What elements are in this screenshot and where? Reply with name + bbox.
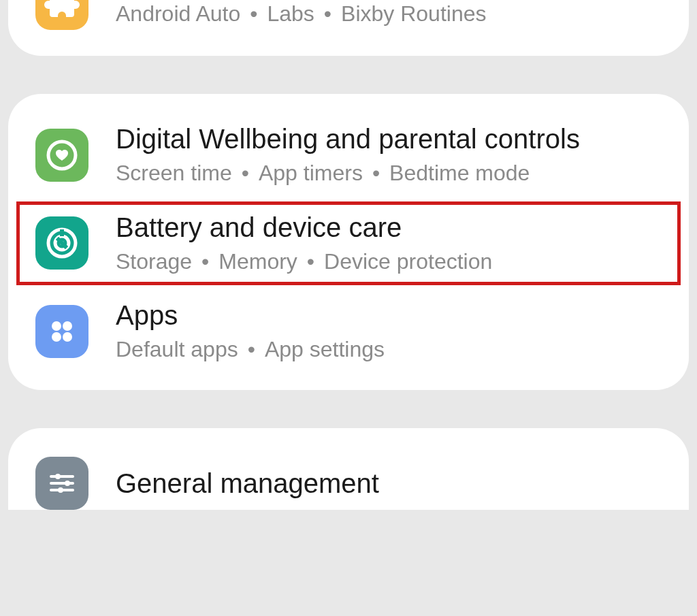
svg-point-11 — [55, 474, 61, 479]
settings-item-title: Apps — [116, 299, 385, 331]
svg-point-5 — [63, 321, 72, 331]
svg-point-7 — [63, 332, 72, 342]
heart-circle-icon — [35, 129, 88, 182]
settings-group-device: Digital Wellbeing and parental controls … — [8, 94, 689, 390]
settings-item-text: Apps Default apps• App settings — [116, 299, 385, 364]
settings-group-general: General management — [8, 428, 689, 510]
settings-item-subtitle: Default apps• App settings — [116, 336, 385, 364]
device-care-icon — [35, 216, 88, 270]
settings-item-subtitle: Storage• Memory• Device protection — [116, 248, 492, 276]
settings-item-battery[interactable]: Battery and device care Storage• Memory•… — [16, 201, 681, 286]
settings-item-title: Battery and device care — [116, 211, 492, 244]
svg-point-12 — [65, 481, 70, 486]
settings-item-wellbeing[interactable]: Digital Wellbeing and parental controls … — [8, 113, 689, 197]
settings-item-subtitle: Android Auto• Labs• Bixby Routines — [116, 0, 486, 29]
svg-point-4 — [52, 321, 61, 331]
settings-item-title: Digital Wellbeing and parental controls — [116, 123, 580, 155]
settings-item-subtitle: Screen time• App timers• Bedtime mode — [116, 159, 580, 188]
svg-point-13 — [58, 487, 63, 493]
apps-grid-icon — [35, 305, 88, 358]
settings-group-advanced: Android Auto• Labs• Bixby Routines — [8, 0, 689, 56]
settings-item-general[interactable]: General management — [8, 447, 689, 510]
svg-point-6 — [52, 332, 61, 342]
settings-item-apps[interactable]: Apps Default apps• App settings — [8, 289, 689, 374]
sliders-icon — [35, 457, 88, 510]
settings-item-text: General management — [116, 467, 379, 500]
settings-item-text: Battery and device care Storage• Memory•… — [116, 211, 492, 276]
settings-item-text: Android Auto• Labs• Bixby Routines — [116, 0, 486, 29]
settings-item-advanced[interactable]: Android Auto• Labs• Bixby Routines — [8, 0, 689, 39]
settings-item-title: General management — [116, 467, 379, 500]
puzzle-icon — [35, 0, 88, 30]
settings-item-text: Digital Wellbeing and parental controls … — [116, 123, 580, 188]
